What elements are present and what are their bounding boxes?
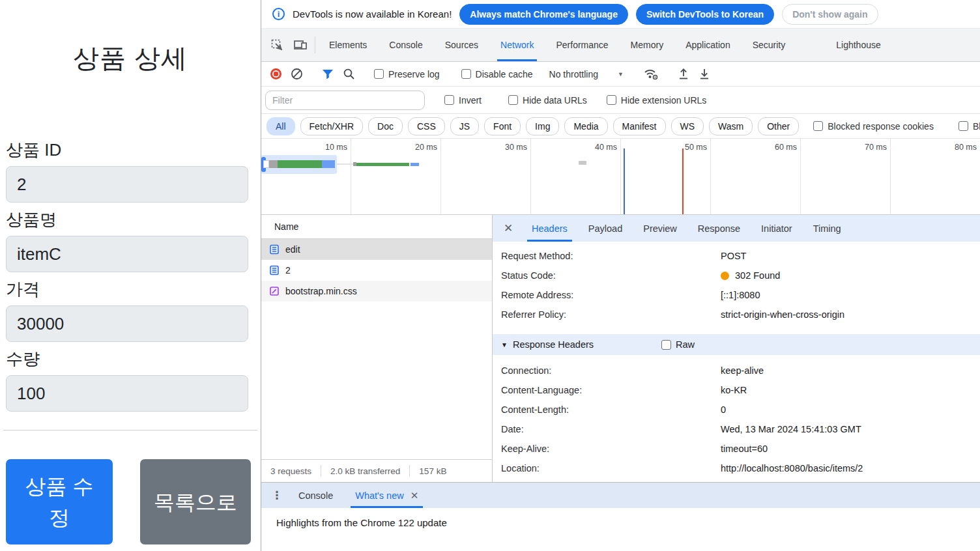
- tab-lighthouse[interactable]: Lighthouse: [825, 29, 892, 61]
- import-har-button[interactable]: [674, 68, 693, 80]
- response-headers-section-header[interactable]: ▼ Response Headers Raw: [493, 334, 980, 355]
- network-toolbar: Preserve log Disable cache No throttling…: [261, 62, 980, 87]
- tab-response[interactable]: Response: [687, 215, 751, 242]
- request-type-filters: All Fetch/XHR Doc CSS JS Font Img Media …: [261, 114, 980, 139]
- search-button[interactable]: [339, 68, 359, 80]
- filter-input[interactable]: [265, 91, 425, 110]
- hide-data-urls-checkbox[interactable]: Hide data URLs: [504, 95, 594, 106]
- tab-sources[interactable]: Sources: [434, 29, 489, 61]
- disable-cache-checkbox[interactable]: Disable cache: [457, 69, 540, 79]
- drawer-tab-console[interactable]: Console: [287, 483, 344, 508]
- section-title: Response Headers: [513, 339, 594, 350]
- record-button[interactable]: [267, 68, 285, 79]
- product-name-input[interactable]: [6, 236, 248, 272]
- tab-initiator[interactable]: Initiator: [751, 215, 803, 242]
- filter-chip-wasm[interactable]: Wasm: [709, 117, 753, 135]
- invert-checkbox[interactable]: Invert: [440, 95, 488, 106]
- filter-chip-media[interactable]: Media: [564, 117, 607, 135]
- tab-headers[interactable]: Headers: [521, 215, 578, 242]
- request-row-2[interactable]: 2: [261, 260, 492, 281]
- response-headers-list: Connection: keep-alive Content-Language:…: [493, 355, 980, 478]
- header-label: Date:: [493, 424, 721, 434]
- field-label: 상품명: [6, 208, 255, 231]
- back-to-list-button[interactable]: 목록으로: [140, 459, 251, 544]
- export-har-button[interactable]: [695, 68, 714, 80]
- network-overview-timeline[interactable]: 10 ms 20 ms 30 ms 40 ms 50 ms 60 ms 70 m…: [261, 139, 980, 215]
- blocked-requests-checkbox[interactable]: Blocke: [955, 121, 980, 132]
- checkbox: [461, 69, 471, 79]
- close-icon[interactable]: ✕: [411, 490, 419, 502]
- filter-chip-css[interactable]: CSS: [408, 117, 445, 135]
- header-row: Content-Length: 0: [493, 400, 980, 419]
- hide-extension-urls-checkbox[interactable]: Hide extension URLs: [603, 95, 713, 106]
- product-id-input[interactable]: [6, 166, 248, 203]
- filter-chip-fetch-xhr[interactable]: Fetch/XHR: [300, 117, 363, 135]
- tab-security[interactable]: Security: [742, 29, 797, 61]
- product-detail-page: 상품 상세 상품 ID 상품명 가격 수량 상품 수정 목록으로: [0, 0, 261, 551]
- filter-chip-manifest[interactable]: Manifest: [613, 117, 666, 135]
- tab-performance[interactable]: Performance: [545, 29, 619, 61]
- header-value: strict-origin-when-cross-origin: [721, 309, 844, 320]
- network-conditions-button[interactable]: [639, 67, 663, 81]
- name-column-header[interactable]: Name: [261, 215, 492, 239]
- field-price: 가격: [6, 278, 255, 342]
- tab-network[interactable]: Network: [489, 29, 545, 61]
- match-chrome-language-button[interactable]: Always match Chrome's language: [459, 4, 628, 25]
- waterfall-bar-cached: [579, 161, 586, 165]
- filter-chip-font[interactable]: Font: [484, 117, 521, 135]
- status-dot-icon: [721, 272, 729, 280]
- whats-new-headline[interactable]: Highlights from the Chrome 122 update: [276, 517, 447, 528]
- device-toolbar-icon[interactable]: [289, 29, 312, 61]
- filter-chip-ws[interactable]: WS: [671, 117, 704, 135]
- more-options-icon[interactable]: ⋮: [267, 483, 287, 508]
- tab-console[interactable]: Console: [378, 29, 433, 61]
- blocked-response-cookies-checkbox[interactable]: Blocked response cookies: [809, 121, 940, 132]
- info-icon: i: [272, 8, 285, 20]
- tab-timing[interactable]: Timing: [803, 215, 852, 242]
- drawer-tab-whats-new[interactable]: What's new ✕: [344, 483, 429, 508]
- tab-elements[interactable]: Elements: [318, 29, 378, 61]
- filter-toggle-button[interactable]: [318, 69, 338, 79]
- close-icon[interactable]: ✕: [495, 215, 521, 242]
- throttling-dropdown[interactable]: No throttling ▼: [541, 69, 633, 79]
- quantity-input[interactable]: [6, 375, 248, 412]
- preserve-log-checkbox[interactable]: Preserve log: [370, 69, 446, 79]
- blocked-response-cookies-label: Blocked response cookies: [828, 121, 934, 132]
- header-label: Status Code:: [493, 270, 721, 281]
- product-fields: 상품 ID 상품명 가격 수량: [6, 139, 255, 412]
- tab-payload[interactable]: Payload: [578, 215, 633, 242]
- filter-chip-js[interactable]: JS: [450, 117, 479, 135]
- clear-button[interactable]: [287, 68, 307, 80]
- tab-application[interactable]: Application: [674, 29, 742, 61]
- filter-chip-other[interactable]: Other: [758, 117, 799, 135]
- drawer-tab-bar: ⋮ Console What's new ✕: [261, 483, 980, 508]
- header-label: Referrer Policy:: [493, 309, 721, 320]
- waterfall-connector: [335, 163, 354, 165]
- request-count: 3 requests: [261, 466, 321, 476]
- header-row: Connection: keep-alive: [493, 361, 980, 380]
- tab-memory[interactable]: Memory: [620, 29, 675, 61]
- request-row-bootstrap[interactable]: bootstrap.min.css: [261, 281, 492, 302]
- header-label: Request Method:: [493, 251, 721, 261]
- raw-checkbox[interactable]: Raw: [661, 339, 695, 350]
- header-label: Content-Length:: [493, 404, 721, 415]
- request-name: bootstrap.min.css: [285, 286, 357, 296]
- general-section: Request Method: POST Status Code: 302 Fo…: [493, 242, 980, 324]
- switch-devtools-korean-button[interactable]: Switch DevTools to Korean: [636, 4, 774, 25]
- tab-preview[interactable]: Preview: [633, 215, 687, 242]
- request-row-edit[interactable]: edit: [261, 239, 492, 260]
- whats-new-content: Highlights from the Chrome 122 update: [261, 508, 980, 537]
- inspect-element-icon[interactable]: [265, 29, 289, 61]
- dom-content-loaded-line: [624, 148, 625, 215]
- name-column-label: Name: [274, 221, 298, 232]
- checkbox: [374, 69, 384, 79]
- stylesheet-icon: [269, 286, 280, 296]
- price-input[interactable]: [6, 305, 248, 342]
- dont-show-again-button[interactable]: Don't show again: [782, 4, 878, 25]
- filter-chip-doc[interactable]: Doc: [368, 117, 403, 135]
- filter-chip-all[interactable]: All: [267, 117, 295, 135]
- header-value: http://localhost:8080/basic/items/2: [721, 463, 863, 473]
- edit-product-button[interactable]: 상품 수정: [6, 459, 113, 544]
- filter-chip-img[interactable]: Img: [526, 117, 559, 135]
- request-name: edit: [285, 244, 300, 255]
